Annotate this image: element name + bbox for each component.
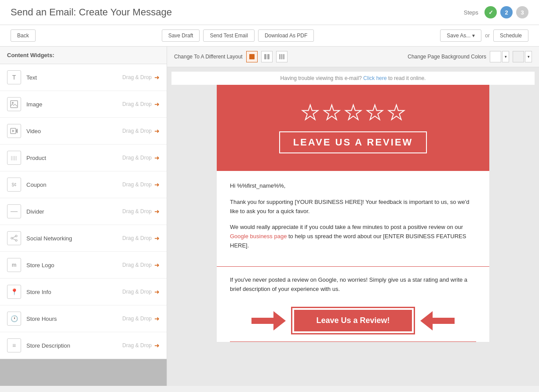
widget-store-desc[interactable]: ≡ Store Description Drag & Drop ➜ — [0, 332, 167, 359]
layout-3col-button[interactable] — [276, 51, 288, 62]
svg-line-8 — [13, 239, 15, 240]
layout-label: Change To A Different Layout — [174, 54, 243, 60]
svg-line-7 — [13, 236, 15, 238]
widget-store-info-label: Store Info — [26, 289, 122, 295]
drag-arrow-icon: ➜ — [154, 288, 160, 295]
widget-divider-label: Divider — [26, 208, 122, 215]
widget-divider-drag: Drag & Drop — [122, 208, 152, 214]
widget-image-label: Image — [26, 101, 122, 108]
email-para3-section: If you've never posted a review on Googl… — [217, 271, 489, 303]
widget-store-logo-drag: Drag & Drop — [122, 262, 152, 268]
layout-2col-button[interactable] — [261, 51, 273, 62]
widget-text[interactable]: T Text Drag & Drop ➜ — [0, 64, 167, 91]
star-1: ★ — [301, 102, 319, 123]
widget-store-logo[interactable]: m Store Logo Drag & Drop ➜ — [0, 252, 167, 279]
widget-store-desc-label: Store Description — [26, 342, 122, 349]
drag-arrow-icon: ➜ — [154, 101, 160, 108]
preview-notice: Having trouble viewing this e-mail? Clic… — [171, 72, 535, 85]
review-box: LEAVE US A REVIEW — [279, 131, 427, 153]
drag-arrow-icon: ➜ — [154, 235, 160, 242]
sidebar-header: Content Widgets: — [0, 47, 167, 64]
right-arrow-tail — [433, 318, 455, 324]
widget-product[interactable]: |||| Product Drag & Drop ➜ — [0, 145, 167, 171]
color-arrow-1[interactable]: ▾ — [502, 51, 509, 62]
widget-video-drag: Drag & Drop — [122, 128, 152, 134]
preview-link[interactable]: Click here — [363, 75, 386, 81]
widget-video[interactable]: Video Drag & Drop ➜ — [0, 118, 167, 145]
image-widget-icon — [7, 97, 21, 111]
save-draft-button[interactable]: Save Draft — [162, 29, 200, 42]
widget-store-hours[interactable]: 🕐 Store Hours Drag & Drop ➜ — [0, 305, 167, 332]
step-2-circle[interactable]: 2 — [500, 6, 513, 18]
svg-point-1 — [12, 102, 14, 104]
widget-store-info[interactable]: 📍 Store Info Drag & Drop ➜ — [0, 279, 167, 305]
top-bar: Send an Email: Create Your Message Steps… — [0, 0, 539, 25]
svg-rect-12 — [279, 54, 280, 59]
widget-product-label: Product — [26, 155, 122, 161]
cta-button-box: Leave Us a Review! — [291, 307, 415, 334]
drag-arrow-icon: ➜ — [154, 154, 160, 161]
widget-coupon-drag: Drag & Drop — [122, 181, 152, 188]
widget-social-label: Social Networking — [26, 235, 122, 242]
color-arrow-2[interactable]: ▾ — [525, 51, 532, 62]
widget-image[interactable]: Image Drag & Drop ➜ — [0, 91, 167, 118]
widget-social[interactable]: Social Networking Drag & Drop ➜ — [0, 225, 167, 252]
download-pdf-button[interactable]: Download As PDF — [258, 29, 314, 42]
drag-arrow-icon: ➜ — [154, 74, 160, 81]
email-wrapper: Having trouble viewing this e-mail? Clic… — [167, 67, 539, 351]
back-button[interactable]: Back — [11, 29, 36, 42]
widget-coupon[interactable]: $¢ Coupon Drag & Drop ➜ — [0, 171, 167, 198]
video-widget-icon — [7, 124, 21, 138]
divider-widget-icon: — — [7, 204, 21, 218]
schedule-button[interactable]: Schedule — [493, 29, 528, 42]
svg-rect-11 — [267, 54, 270, 59]
left-arrow — [251, 311, 286, 330]
drag-arrow-icon: ➜ — [154, 127, 160, 134]
preview-notice-text: Having trouble viewing this e-mail? — [280, 75, 362, 81]
widget-store-hours-drag: Drag & Drop — [122, 316, 152, 322]
widget-video-label: Video — [26, 128, 122, 134]
svg-rect-14 — [283, 54, 284, 59]
color-picker-1: ▾ — [490, 51, 509, 62]
google-link[interactable]: Google business page — [230, 233, 287, 240]
toolbar-right: Save As... ▾ or Schedule — [440, 29, 528, 42]
drag-arrow-icon: ➜ — [154, 181, 160, 188]
step-1-circle: ✓ — [484, 6, 497, 18]
layout-1col-button[interactable] — [246, 51, 258, 62]
steps-label: Steps — [464, 9, 478, 16]
step-3-circle[interactable]: 3 — [516, 6, 528, 18]
steps-area: Steps ✓ 2 3 — [464, 6, 528, 18]
svg-rect-0 — [11, 101, 18, 108]
email-para1: Thank you for supporting [YOUR BUSINESS … — [230, 198, 476, 216]
svg-point-5 — [11, 237, 13, 239]
layout-section: Change To A Different Layout — [174, 51, 288, 62]
canvas-toolbar: Change To A Different Layout Change Page… — [167, 47, 539, 67]
widget-text-drag: Drag & Drop — [122, 74, 152, 80]
email-text-section: Hi %%first_name%%, Thank you for support… — [217, 171, 489, 262]
cta-review-button[interactable]: Leave Us a Review! — [294, 310, 412, 331]
stars-row: ★ ★ ★ ★ ★ — [230, 102, 476, 123]
divider-2 — [230, 341, 476, 342]
widget-store-desc-drag: Drag & Drop — [122, 342, 152, 348]
send-test-button[interactable]: Send Test Email — [203, 29, 255, 42]
main-content: Content Widgets: T Text Drag & Drop ➜ Im… — [0, 47, 539, 386]
widget-store-info-drag: Drag & Drop — [122, 289, 152, 295]
svg-rect-10 — [264, 54, 266, 59]
store-logo-widget-icon: m — [7, 258, 21, 272]
right-arrow — [420, 311, 455, 330]
widget-social-drag: Drag & Drop — [122, 235, 152, 241]
bg-color-section: Change Page Background Colors ▾ ▾ — [408, 51, 532, 62]
drag-arrow-icon: ➜ — [154, 342, 160, 349]
color-swatch-1[interactable] — [490, 51, 501, 62]
widget-product-drag: Drag & Drop — [122, 155, 152, 161]
widget-divider[interactable]: — Divider Drag & Drop ➜ — [0, 198, 167, 225]
store-hours-widget-icon: 🕐 — [7, 312, 21, 326]
save-as-button[interactable]: Save As... ▾ — [440, 29, 481, 42]
star-4: ★ — [366, 102, 384, 123]
text-widget-icon: T — [7, 70, 21, 84]
cta-wrapper: Leave Us a Review! — [230, 307, 476, 334]
color-picker-2: ▾ — [513, 51, 532, 62]
divider-1 — [217, 266, 489, 267]
color-swatch-2[interactable] — [513, 51, 524, 62]
star-2: ★ — [323, 102, 341, 123]
